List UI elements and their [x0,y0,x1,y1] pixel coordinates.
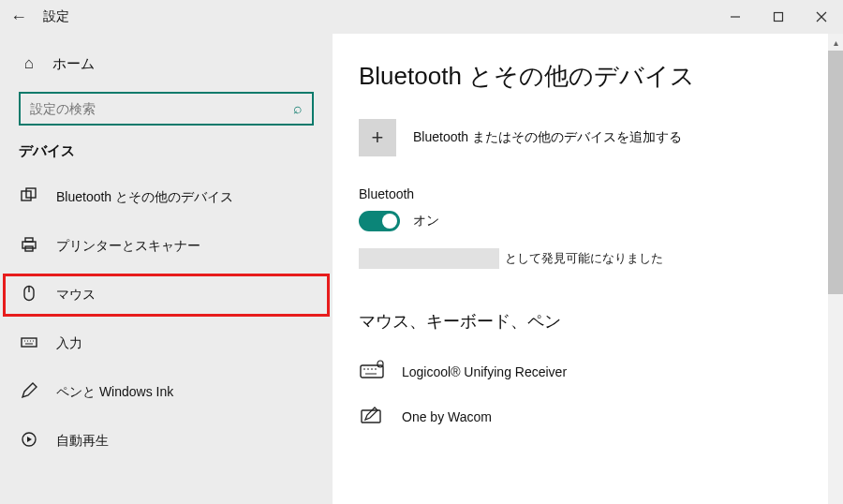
device-name-placeholder [359,248,499,269]
bluetooth-toggle[interactable] [359,211,400,231]
scroll-up-icon[interactable]: ▴ [828,34,843,51]
scroll-thumb[interactable] [828,51,843,294]
page-title: Bluetooth とその他のデバイス [359,60,824,93]
sidebar-item-label: 入力 [56,335,82,352]
device-name: Logicool® Unifying Receiver [402,364,567,379]
svg-rect-25 [377,361,383,367]
minimize-button[interactable] [714,0,757,34]
add-device-row[interactable]: + Bluetooth またはその他のデバイスを追加する [359,119,824,156]
svg-rect-1 [775,13,783,22]
svg-rect-11 [22,338,37,347]
home-icon: ⌂ [19,54,39,73]
discoverable-label: として発見可能になりました [505,250,663,267]
sidebar-item-typing[interactable]: 入力 [0,319,333,368]
svg-rect-6 [22,242,36,248]
back-button[interactable]: ← [0,7,37,27]
bluetooth-devices-icon [19,186,39,210]
scrollbar[interactable]: ▴ [828,34,843,504]
keyboard-receiver-icon [359,360,385,385]
sidebar-item-autoplay[interactable]: 自動再生 [0,417,333,466]
window-title: 設定 [43,8,69,25]
device-row[interactable]: Logicool® Unifying Receiver [359,349,824,394]
sidebar-item-printers[interactable]: プリンターとスキャナー [0,222,333,271]
pen-icon [19,381,39,405]
sidebar: ⌂ ホーム ⌕ デバイス Bluetooth とその他のデバイス プリンターとス… [0,34,333,504]
search-box[interactable]: ⌕ [19,92,314,126]
devices-subheading: マウス、キーボード、ペン [359,310,824,333]
sidebar-section-label: デバイス [0,142,333,173]
sidebar-item-mouse[interactable]: マウス [0,271,333,319]
sidebar-item-label: プリンターとスキャナー [56,238,200,255]
mouse-icon [19,284,39,307]
search-input[interactable] [30,101,293,116]
sidebar-item-label: マウス [56,287,96,304]
plus-icon: + [372,126,384,150]
device-name: One by Wacom [402,409,492,424]
titlebar: ← 設定 [0,0,843,34]
discoverable-row: として発見可能になりました [359,248,824,269]
autoplay-icon [19,430,39,453]
maximize-button[interactable] [757,0,800,34]
add-device-button[interactable]: + [359,119,396,156]
keyboard-icon [19,333,39,356]
svg-marker-18 [27,437,32,442]
add-device-label: Bluetooth またはその他のデバイスを追加する [413,129,682,146]
main-panel: Bluetooth とその他のデバイス + Bluetooth またはその他のデ… [333,34,843,504]
svg-rect-7 [25,238,33,242]
sidebar-item-bluetooth[interactable]: Bluetooth とその他のデバイス [0,173,333,222]
bluetooth-toggle-state: オン [413,213,439,230]
home-link[interactable]: ⌂ ホーム [0,51,333,86]
pen-tablet-icon [359,405,385,430]
bluetooth-section-label: Bluetooth [359,186,824,201]
sidebar-item-label: 自動再生 [56,433,109,450]
home-label: ホーム [52,55,95,73]
sidebar-item-label: Bluetooth とその他のデバイス [56,189,233,206]
close-button[interactable] [800,0,843,34]
device-row[interactable]: One by Wacom [359,394,824,439]
printer-icon [19,235,39,259]
sidebar-nav: Bluetooth とその他のデバイス プリンターとスキャナー マウス 入力 ペ… [0,173,333,466]
sidebar-item-label: ペンと Windows Ink [56,384,173,401]
sidebar-item-pen[interactable]: ペンと Windows Ink [0,368,333,417]
search-icon: ⌕ [293,100,303,117]
